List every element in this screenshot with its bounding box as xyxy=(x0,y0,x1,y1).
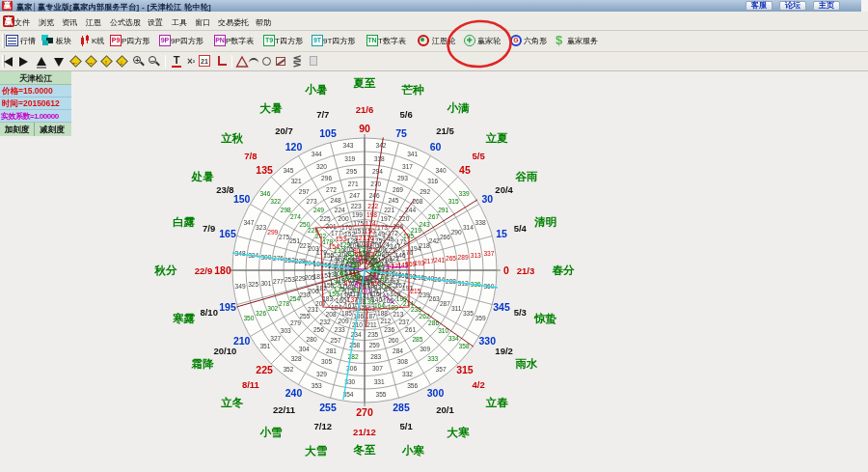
svg-text:332: 332 xyxy=(402,371,413,377)
svg-text:95: 95 xyxy=(381,275,389,282)
svg-text:4: 4 xyxy=(368,260,372,266)
svg-text:182: 182 xyxy=(316,285,327,292)
svg-text:235: 235 xyxy=(367,331,378,338)
svg-text:194: 194 xyxy=(410,245,420,252)
svg-text:274: 274 xyxy=(290,213,301,220)
svg-text:103: 103 xyxy=(356,240,366,247)
svg-text:238: 238 xyxy=(411,306,421,313)
svg-text:258: 258 xyxy=(349,342,360,348)
svg-text:305: 305 xyxy=(321,358,332,365)
svg-text:237: 237 xyxy=(398,319,409,325)
svg-text:冬至: 冬至 xyxy=(353,444,377,456)
svg-text:199: 199 xyxy=(352,211,363,218)
svg-text:282: 282 xyxy=(348,353,359,360)
svg-text:206: 206 xyxy=(309,288,319,294)
svg-text:120: 120 xyxy=(285,141,303,153)
svg-text:335: 335 xyxy=(463,310,474,317)
svg-text:32: 32 xyxy=(356,255,364,262)
svg-text:248: 248 xyxy=(331,197,341,204)
svg-text:220: 220 xyxy=(398,215,409,222)
svg-text:8/11: 8/11 xyxy=(242,379,260,390)
svg-text:70: 70 xyxy=(374,277,382,284)
svg-text:340: 340 xyxy=(436,167,447,174)
svg-text:200: 200 xyxy=(339,215,349,222)
svg-text:285: 285 xyxy=(412,336,422,343)
svg-text:111: 111 xyxy=(339,283,348,290)
svg-text:354: 354 xyxy=(342,391,353,398)
svg-text:85: 85 xyxy=(340,269,348,276)
svg-text:157: 157 xyxy=(321,272,332,279)
svg-text:22/11: 22/11 xyxy=(273,404,296,415)
svg-text:46: 46 xyxy=(371,274,379,281)
svg-text:357: 357 xyxy=(436,366,447,373)
svg-text:203: 203 xyxy=(309,245,319,252)
svg-text:186: 186 xyxy=(353,313,364,319)
svg-text:330: 330 xyxy=(479,335,497,347)
svg-text:137: 137 xyxy=(347,296,358,303)
svg-text:7/8: 7/8 xyxy=(244,151,257,161)
svg-text:209: 209 xyxy=(339,318,349,324)
svg-text:3: 3 xyxy=(369,262,373,268)
svg-text:289: 289 xyxy=(458,254,469,261)
svg-text:5/4: 5/4 xyxy=(514,223,528,234)
svg-text:325: 325 xyxy=(248,281,258,288)
svg-text:249: 249 xyxy=(313,207,324,213)
svg-text:273: 273 xyxy=(307,198,317,205)
svg-text:107: 107 xyxy=(335,257,345,264)
svg-text:328: 328 xyxy=(291,355,302,362)
svg-text:279: 279 xyxy=(290,319,301,326)
svg-text:171: 171 xyxy=(396,238,407,245)
svg-text:285: 285 xyxy=(393,402,410,413)
svg-text:347: 347 xyxy=(243,219,254,226)
svg-text:224: 224 xyxy=(335,207,345,213)
svg-text:130: 130 xyxy=(334,247,344,254)
svg-text:213: 213 xyxy=(393,311,403,318)
svg-text:355: 355 xyxy=(375,391,386,398)
svg-text:66: 66 xyxy=(359,283,366,290)
svg-text:358: 358 xyxy=(459,343,470,349)
svg-text:329: 329 xyxy=(316,371,327,377)
svg-text:大暑: 大暑 xyxy=(259,102,284,114)
svg-text:210: 210 xyxy=(233,335,251,347)
svg-text:寒露: 寒露 xyxy=(173,312,196,324)
svg-text:大雪: 大雪 xyxy=(304,445,328,457)
svg-text:75: 75 xyxy=(395,127,407,139)
svg-text:223: 223 xyxy=(351,203,362,209)
svg-text:297: 297 xyxy=(299,188,310,195)
svg-text:136: 136 xyxy=(339,292,350,299)
svg-text:30: 30 xyxy=(481,193,493,205)
svg-text:53: 53 xyxy=(367,251,375,258)
svg-text:192: 192 xyxy=(405,273,416,280)
svg-text:265: 265 xyxy=(446,255,456,262)
svg-text:54: 54 xyxy=(364,250,371,257)
svg-text:163: 163 xyxy=(365,305,375,312)
svg-text:247: 247 xyxy=(349,192,360,199)
svg-text:239: 239 xyxy=(420,292,430,298)
svg-text:83: 83 xyxy=(341,259,349,265)
svg-text:96: 96 xyxy=(382,269,390,276)
svg-text:210: 210 xyxy=(352,321,363,328)
svg-text:108: 108 xyxy=(333,264,343,270)
svg-text:320: 320 xyxy=(316,163,327,170)
svg-text:57: 57 xyxy=(351,254,359,261)
svg-text:284: 284 xyxy=(393,347,403,354)
svg-text:208: 208 xyxy=(326,311,337,318)
svg-text:360: 360 xyxy=(483,283,494,290)
svg-text:255: 255 xyxy=(319,402,337,413)
svg-text:91: 91 xyxy=(364,288,371,294)
svg-text:307: 307 xyxy=(372,365,383,372)
svg-text:175: 175 xyxy=(353,220,364,227)
svg-text:266: 266 xyxy=(440,234,450,240)
svg-text:79: 79 xyxy=(358,245,366,252)
svg-text:132: 132 xyxy=(327,263,338,269)
svg-text:225: 225 xyxy=(320,215,331,222)
svg-text:271: 271 xyxy=(348,180,359,187)
svg-text:35: 35 xyxy=(349,262,357,268)
svg-text:316: 316 xyxy=(427,178,438,184)
svg-text:356: 356 xyxy=(407,382,418,389)
svg-text:13: 13 xyxy=(352,267,360,274)
svg-text:348: 348 xyxy=(235,250,246,257)
svg-text:315: 315 xyxy=(456,364,474,375)
svg-text:164: 164 xyxy=(374,302,385,309)
svg-text:105: 105 xyxy=(319,127,337,139)
